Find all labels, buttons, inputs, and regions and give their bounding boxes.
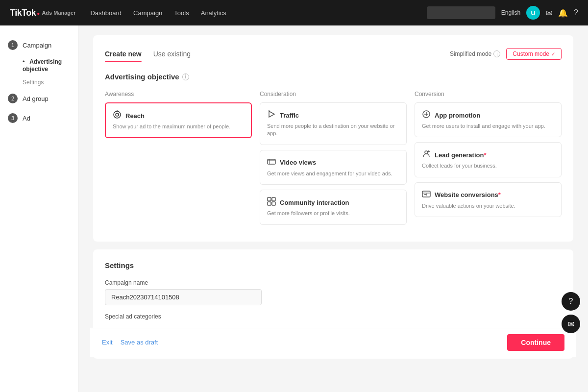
- simplified-mode-toggle[interactable]: Simplified mode i: [450, 50, 500, 57]
- lead-gen-required: *: [484, 151, 486, 159]
- sidebar-item-advertising-objective[interactable]: Advertising objective: [0, 55, 78, 75]
- svg-rect-11: [272, 202, 275, 205]
- website-conv-icon: [422, 190, 431, 200]
- objective-traffic[interactable]: Traffic Send more people to a destinatio…: [260, 102, 407, 145]
- reach-title: Reach: [125, 112, 145, 120]
- svg-rect-5: [268, 159, 275, 164]
- floating-buttons: ? ✉: [562, 292, 580, 333]
- video-views-icon: [267, 157, 276, 168]
- objective-grid: Awareness Reach: [105, 91, 562, 230]
- website-conv-title: Website conversions*: [435, 191, 501, 198]
- simplified-info-icon[interactable]: i: [493, 50, 500, 57]
- svg-rect-10: [268, 202, 271, 205]
- help-icon[interactable]: ?: [574, 8, 578, 17]
- sidebar-step-campaign[interactable]: 1 Campaign: [0, 35, 78, 55]
- video-views-title: Video views: [280, 159, 316, 166]
- app-promotion-desc: Get more users to install and engage wit…: [422, 122, 554, 130]
- user-avatar[interactable]: U: [526, 6, 540, 20]
- nav-links: Dashboard Campaign Tools Analytics: [90, 9, 226, 17]
- page-wrapper: 1 Campaign Advertising objective Setting…: [0, 25, 588, 392]
- campaign-name-label: Campaign name: [105, 279, 562, 286]
- step-number-3: 3: [8, 113, 18, 123]
- save-draft-button[interactable]: Save as draft: [121, 339, 158, 346]
- consideration-col-label: Consideration: [260, 91, 407, 98]
- step-label-campaign: Campaign: [23, 42, 51, 49]
- floating-help-button[interactable]: ?: [562, 292, 580, 311]
- objective-info-icon[interactable]: i: [182, 74, 189, 80]
- logo-tiktok: TikTok: [10, 8, 36, 18]
- reach-desc: Show your ad to the maximum number of pe…: [113, 123, 244, 130]
- mail-icon[interactable]: ✉: [546, 8, 552, 18]
- search-input[interactable]: [427, 6, 495, 19]
- video-views-desc: Get more views and engagement for your v…: [267, 170, 399, 177]
- consideration-column: Consideration Traffic Send more peo: [260, 91, 407, 230]
- special-ad-group: Special ad categories: [105, 313, 562, 320]
- special-ad-label: Special ad categories: [105, 313, 562, 320]
- simplified-mode-label: Simplified mode: [450, 50, 491, 57]
- step-label-ad: Ad: [23, 115, 30, 122]
- nav-right: English U ✉ 🔔 ?: [427, 6, 578, 20]
- sidebar-step-adgroup[interactable]: 2 Ad group: [0, 89, 78, 108]
- advertising-objective-title: Advertising objective i: [105, 73, 562, 81]
- exit-button[interactable]: Exit: [102, 339, 113, 346]
- logo-ads-manager: Ads Manager: [42, 10, 75, 16]
- step-label-adgroup: Ad group: [23, 95, 49, 102]
- nav-tools[interactable]: Tools: [174, 9, 189, 17]
- floating-chat-button[interactable]: ✉: [562, 315, 580, 333]
- campaign-name-input[interactable]: [105, 289, 262, 305]
- objective-card: Create new Use existing Simplified mode …: [93, 35, 573, 242]
- nav-campaign[interactable]: Campaign: [133, 9, 162, 17]
- reach-icon: [113, 110, 122, 121]
- lead-gen-desc: Collect leads for your business.: [422, 162, 554, 170]
- svg-point-15: [425, 151, 428, 154]
- svg-point-0: [114, 111, 121, 118]
- objective-reach[interactable]: Reach Show your ad to the maximum number…: [105, 102, 252, 138]
- awareness-col-label: Awareness: [105, 91, 252, 98]
- svg-rect-8: [268, 197, 271, 201]
- objective-video-views[interactable]: Video views Get more views and engagemen…: [260, 150, 407, 185]
- settings-card: Settings Campaign name Special ad catego…: [93, 249, 573, 359]
- bottom-bar: Exit Save as draft Continue: [90, 328, 576, 357]
- awareness-column: Awareness Reach: [105, 91, 252, 230]
- logo: TikTok ● Ads Manager: [10, 8, 75, 18]
- objective-community[interactable]: Community interaction Get more followers…: [260, 190, 407, 224]
- sub-label-settings: Settings: [23, 79, 44, 86]
- website-conv-desc: Drive valuable actions on your website.: [422, 202, 554, 210]
- website-conv-required: *: [498, 191, 501, 198]
- nav-analytics[interactable]: Analytics: [201, 9, 226, 17]
- continue-button[interactable]: Continue: [507, 334, 564, 351]
- tab-row: Create new Use existing Simplified mode …: [105, 47, 562, 61]
- campaign-name-group: Campaign name: [105, 279, 562, 305]
- main-content: Create new Use existing Simplified mode …: [78, 25, 588, 392]
- sidebar-item-settings[interactable]: Settings: [0, 75, 78, 89]
- custom-mode-button[interactable]: Custom mode ✓: [506, 48, 562, 60]
- tab-use-existing[interactable]: Use existing: [153, 47, 191, 61]
- svg-point-1: [116, 113, 119, 116]
- objective-website-conversions[interactable]: Website conversions* Drive valuable acti…: [415, 182, 562, 217]
- objective-lead-generation[interactable]: Lead generation* Collect leads for your …: [415, 142, 562, 177]
- traffic-desc: Send more people to a destination on you…: [267, 122, 399, 138]
- tab-create-new[interactable]: Create new: [105, 47, 142, 61]
- nav-dashboard[interactable]: Dashboard: [90, 9, 122, 17]
- objective-app-promotion[interactable]: App promotion Get more users to install …: [415, 102, 562, 137]
- app-promotion-icon: [422, 110, 431, 121]
- custom-mode-check-icon: ✓: [551, 51, 555, 57]
- sub-label-advertising-objective: Advertising objective: [23, 58, 62, 73]
- conversion-col-label: Conversion: [415, 91, 562, 98]
- traffic-icon: [267, 110, 276, 121]
- svg-marker-3: [269, 111, 274, 117]
- step-number-2: 2: [8, 94, 18, 103]
- conversion-column: Conversion App promotion: [415, 91, 562, 230]
- bell-icon[interactable]: 🔔: [558, 8, 568, 18]
- traffic-title: Traffic: [280, 112, 299, 119]
- mode-toggle: Simplified mode i Custom mode ✓: [450, 48, 562, 60]
- svg-rect-9: [272, 197, 275, 201]
- settings-title: Settings: [105, 261, 562, 270]
- language-selector[interactable]: English: [501, 9, 520, 16]
- app-promotion-title: App promotion: [435, 112, 480, 119]
- community-title: Community interaction: [280, 199, 349, 206]
- community-icon: [267, 197, 276, 208]
- logo-subtitle: ●: [37, 11, 40, 16]
- sidebar: 1 Campaign Advertising objective Setting…: [0, 25, 78, 392]
- sidebar-step-ad[interactable]: 3 Ad: [0, 108, 78, 128]
